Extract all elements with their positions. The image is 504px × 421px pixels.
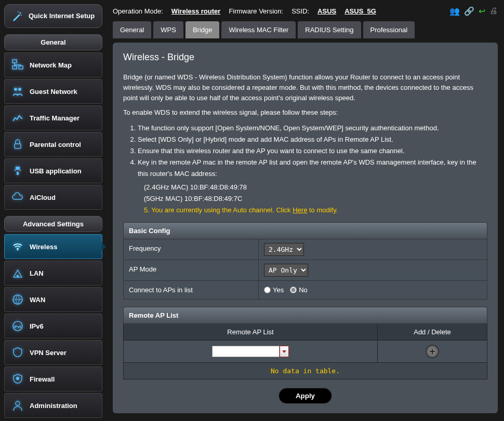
svg-text:IPv6: IPv6 [14, 325, 22, 329]
nav-aicloud[interactable]: AiCloud [4, 185, 102, 210]
frequency-select[interactable]: 2.4GHz [264, 243, 304, 256]
ssid-label: SSID: [291, 7, 309, 15]
firewall-icon [11, 372, 24, 386]
connect-aps-label: Connect to APs in list [124, 281, 259, 299]
ipv6-icon: IPv6 [11, 319, 24, 333]
add-ap-button[interactable]: + [426, 345, 439, 358]
nav-label: Parental control [30, 141, 81, 148]
svg-rect-8 [15, 144, 21, 148]
ssid1[interactable]: ASUS [317, 7, 336, 15]
mac-5: (5GHz MAC) 10:BF:48:D8:49:7C [144, 193, 487, 205]
remote-ap-header: Remote AP List [123, 307, 487, 324]
nav-lan[interactable]: LAN [4, 261, 102, 286]
nav-label: Wireless [30, 243, 57, 251]
vpn-server-icon [11, 346, 24, 359]
panel-desc2: To enable WDS to extend the wireless sig… [123, 107, 487, 118]
auto-channel-warning: 5. You are currently using the Auto chan… [144, 205, 487, 216]
basic-config-header: Basic Config [123, 222, 487, 239]
nav-label: VPN Server [30, 349, 67, 357]
nav-guest-network[interactable]: Guest Network [4, 79, 102, 104]
step-4: Key in the remote AP mac in the remote A… [138, 157, 487, 180]
status-icons: 👥 🔗 ↩ 🖨 [449, 6, 498, 16]
tab-general[interactable]: General [113, 21, 151, 38]
ap-mode-select[interactable]: AP Only [264, 264, 308, 277]
traffic-manager-icon [11, 111, 24, 125]
nav-traffic-manager[interactable]: Traffic Manager [4, 105, 102, 130]
no-data-message: No data in table. [123, 363, 487, 379]
user-icon[interactable]: 👥 [449, 6, 460, 16]
tab-mac-filter[interactable]: Wireless MAC Filter [221, 21, 296, 38]
tab-professional[interactable]: Professional [363, 21, 415, 38]
content-panel: Wireless - Bridge Bridge (or named WDS -… [113, 43, 498, 413]
parental-control-icon [11, 138, 24, 151]
wireless-icon [11, 240, 24, 253]
nav-label: Administration [30, 402, 77, 410]
general-header: General [4, 34, 102, 50]
remote-ap-input[interactable] [212, 346, 280, 357]
quick-internet-setup[interactable]: Quick Internet Setup [4, 4, 102, 28]
tabs: General WPS Bridge Wireless MAC Filter R… [113, 21, 498, 38]
svg-point-0 [20, 12, 21, 14]
mac-24: (2.4GHz MAC) 10:BF:48:D8:49:78 [144, 182, 487, 193]
remote-ap-col: Remote AP List [124, 324, 378, 340]
panel-title: Wireless - Bridge [123, 52, 487, 63]
svg-rect-3 [12, 60, 17, 63]
link-icon[interactable]: 🔗 [464, 6, 474, 16]
nav-firewall[interactable]: Firewall [4, 366, 102, 391]
nav-label: Guest Network [30, 88, 77, 96]
wan-icon [11, 293, 24, 306]
aicloud-icon [11, 191, 24, 204]
topbar: Operation Mode: Wireless router Firmware… [113, 4, 498, 21]
step-2: Select [WDS Only] or [Hybrid] mode and a… [138, 134, 487, 145]
nav-label: IPv6 [30, 322, 44, 330]
svg-point-1 [21, 15, 22, 16]
guest-network-icon [11, 85, 24, 98]
svg-rect-4 [19, 66, 23, 69]
fw-label: Firmware Version: [229, 7, 283, 15]
panel-desc1: Bridge (or named WDS - Wireless Distribu… [123, 72, 487, 103]
nav-wan[interactable]: WAN [4, 287, 102, 312]
svg-point-6 [14, 88, 17, 91]
nav-vpn-server[interactable]: VPN Server [4, 340, 102, 365]
connect-no-radio[interactable] [290, 287, 297, 293]
step-3: Ensure that this wireless router and the… [138, 145, 487, 157]
nav-label: USB application [30, 167, 82, 175]
nav-parental-control[interactable]: Parental control [4, 132, 102, 157]
advanced-header: Advanced Settings [4, 216, 102, 232]
svg-point-9 [17, 249, 19, 251]
frequency-label: Frequency [124, 239, 259, 260]
svg-point-14 [16, 377, 19, 380]
nav-wireless[interactable]: Wireless [4, 234, 102, 259]
nav-label: LAN [30, 269, 44, 277]
tab-bridge[interactable]: Bridge [185, 21, 220, 38]
add-delete-col: Add / Delete [378, 324, 487, 340]
administration-icon [11, 399, 24, 412]
nav-label: Network Map [30, 61, 72, 69]
steps-list: The function only support [Open System/N… [138, 123, 487, 180]
nav-label: Traffic Manager [30, 114, 79, 122]
usb-icon[interactable]: ↩ [479, 6, 485, 16]
nav-label: WAN [30, 296, 45, 304]
svg-point-15 [16, 401, 20, 405]
svg-point-7 [18, 88, 21, 91]
qis-label: Quick Internet Setup [29, 12, 95, 20]
nav-ipv6[interactable]: IPv6 IPv6 [4, 314, 102, 338]
nav-label: AiCloud [30, 194, 56, 201]
nav-label: Firewall [30, 375, 55, 383]
step-1: The function only support [Open System/N… [138, 123, 487, 134]
tab-wps[interactable]: WPS [153, 21, 183, 38]
wand-icon [11, 10, 23, 22]
network-map-icon [11, 58, 24, 72]
modify-link[interactable]: Here [293, 206, 307, 214]
printer-icon[interactable]: 🖨 [489, 6, 498, 16]
op-mode-value[interactable]: Wireless router [171, 7, 221, 15]
apply-button[interactable]: Apply [278, 388, 332, 404]
remote-ap-dropdown[interactable] [280, 346, 289, 357]
nav-network-map[interactable]: Network Map [4, 52, 102, 77]
ssid2[interactable]: ASUS_5G [344, 7, 376, 15]
op-mode-label: Operation Mode: [113, 7, 163, 15]
connect-yes-radio[interactable] [264, 287, 271, 293]
nav-usb-application[interactable]: USB application [4, 158, 102, 183]
nav-administration[interactable]: Administration [4, 393, 102, 418]
tab-radius[interactable]: RADIUS Setting [298, 21, 361, 38]
